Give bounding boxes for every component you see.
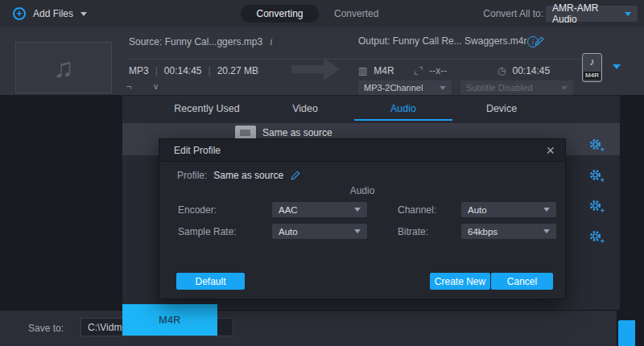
- sample-rate-value: Auto: [279, 227, 298, 237]
- plus-glyph: +: [601, 146, 605, 154]
- trim-icon[interactable]: ¬: [126, 81, 131, 92]
- tab-label: Recently Used: [174, 103, 239, 114]
- convert-all-value: AMR-AMR Audio: [552, 2, 625, 25]
- music-note-icon: ♫: [53, 52, 74, 84]
- output-file-name: Output: Funny Call Re... Swaggers.m4r: [358, 35, 545, 47]
- divider: [358, 59, 604, 60]
- encoder-label: Encoder:: [178, 204, 217, 216]
- dialog-title: Edit Profile: [174, 145, 221, 156]
- output-info-icon[interactable]: i: [527, 36, 539, 47]
- caret-down-icon: [625, 12, 631, 16]
- file-task-row: ♫ Source: Funny Cal...ggers.mp3 i MP3 | …: [0, 27, 644, 95]
- profile-tabs: Recently Used Video Audio Device: [158, 96, 551, 121]
- output-format-group: ▥ M4R: [358, 65, 394, 76]
- encoder-dropdown[interactable]: AAC: [272, 202, 367, 217]
- sample-rate-label: Sample Rate:: [178, 226, 237, 237]
- caret-down-icon: [561, 86, 568, 90]
- tab-video[interactable]: Video: [256, 96, 354, 121]
- info-icon[interactable]: i: [270, 35, 273, 48]
- info-i-glyph: i: [532, 38, 535, 46]
- plus-glyph: +: [601, 208, 605, 215]
- gear-plus-icon[interactable]: +: [588, 229, 602, 243]
- audio-track-dropdown[interactable]: MP3-2Channel: [358, 80, 452, 95]
- film-icon: ▥: [358, 65, 367, 76]
- profile-item-icon-inner: [240, 130, 250, 136]
- profile-item-label: Same as source: [262, 127, 332, 138]
- dialog-header: Edit Profile ×: [159, 139, 565, 162]
- audio-track-value: MP3-2Channel: [364, 83, 423, 93]
- default-button[interactable]: Default: [176, 273, 245, 290]
- tab-device[interactable]: Device: [452, 96, 551, 121]
- source-format: MP3: [129, 65, 149, 76]
- tab-converted[interactable]: Converted: [334, 0, 378, 27]
- plus-glyph: +: [601, 177, 605, 184]
- edit-profile-dialog: Edit Profile × Profile: Same as source A…: [159, 138, 566, 299]
- bitrate-value: 64kbps: [468, 227, 497, 237]
- caret-down-icon: [354, 229, 361, 233]
- format-caret-icon[interactable]: [613, 64, 621, 69]
- output-resolution: --x--: [429, 65, 447, 76]
- edit-tools: ¬ ∨: [126, 81, 159, 92]
- tab-converting[interactable]: Converting: [241, 5, 319, 23]
- profile-label: Profile:: [177, 170, 207, 181]
- separator: |: [208, 65, 211, 76]
- sidebar-item-m4r-selected[interactable]: M4R: [122, 304, 217, 336]
- source-meta: MP3 | 00:14:45 | 20.27 MB: [129, 65, 258, 76]
- plus-glyph: +: [601, 238, 605, 245]
- tab-recently-used[interactable]: Recently Used: [158, 96, 256, 121]
- gear-plus-icon[interactable]: +: [588, 168, 602, 182]
- caret-down-icon: [543, 208, 550, 212]
- tab-label: Device: [486, 103, 517, 114]
- add-files-button[interactable]: + Add Files: [13, 0, 87, 27]
- subtitle-dropdown[interactable]: Subtitle Disabled: [460, 80, 573, 95]
- encoder-value: AAC: [279, 205, 298, 215]
- convert-arrow-head: [324, 58, 340, 80]
- chevron-down-icon: [80, 12, 87, 16]
- gear-plus-icon[interactable]: +: [588, 138, 602, 151]
- file-thumbnail: ♫: [15, 42, 112, 93]
- active-tab-underline: [354, 119, 452, 121]
- add-files-label: Add Files: [33, 8, 73, 19]
- resolution-icon: ⌞⌝: [414, 65, 423, 76]
- format-badge: M4R: [584, 72, 601, 80]
- add-plus-icon: +: [13, 7, 26, 20]
- bottom-bar: Save to:: [0, 310, 644, 346]
- output-label: Output: Funny Call Re... Swaggers.m4r: [358, 35, 526, 47]
- tab-label: Video: [292, 103, 318, 114]
- clock-icon: ◷: [497, 65, 506, 76]
- partial-button[interactable]: [618, 320, 635, 346]
- source-file-name: Source: Funny Cal...ggers.mp3 i: [129, 35, 273, 48]
- bitrate-dropdown[interactable]: 64kbps: [461, 224, 556, 239]
- convert-all-dropdown[interactable]: AMR-AMR Audio: [546, 6, 638, 22]
- channel-label: Channel:: [398, 204, 436, 216]
- separator: |: [155, 65, 158, 76]
- sample-rate-dropdown[interactable]: Auto: [272, 224, 367, 239]
- output-resolution-group: ⌞⌝ --x--: [414, 65, 447, 76]
- channel-value: Auto: [468, 205, 487, 215]
- caret-down-icon: [440, 86, 446, 90]
- source-label: Source: Funny Cal...ggers.mp3: [129, 36, 262, 47]
- top-bar: + Add Files Converting Converted Convert…: [0, 0, 644, 27]
- channel-dropdown[interactable]: Auto: [461, 202, 556, 217]
- profile-value: Same as source: [213, 170, 283, 181]
- tab-label: Audio: [390, 103, 416, 114]
- output-format: M4R: [374, 65, 394, 76]
- output-format-thumbnail[interactable]: ♪ M4R: [582, 53, 602, 82]
- cancel-button[interactable]: Cancel: [491, 273, 553, 290]
- subtitle-value: Subtitle Disabled: [466, 83, 533, 93]
- source-duration: 00:14:45: [164, 65, 202, 76]
- music-note-icon: ♪: [583, 56, 601, 68]
- caret-down-icon: [543, 229, 550, 233]
- section-title: Audio: [159, 185, 565, 196]
- output-duration-group: ◷ 00:14:45: [497, 65, 550, 76]
- gear-plus-icon[interactable]: +: [588, 199, 602, 212]
- output-duration: 00:14:45: [512, 65, 550, 76]
- collapse-icon[interactable]: ∨: [152, 81, 159, 92]
- caret-down-icon: [354, 208, 361, 212]
- close-icon[interactable]: ×: [546, 143, 555, 158]
- convert-arrow-icon: [291, 65, 324, 73]
- create-new-button[interactable]: Create New: [430, 273, 490, 290]
- edit-pencil-icon[interactable]: [290, 170, 301, 181]
- tab-audio[interactable]: Audio: [354, 96, 452, 121]
- source-size: 20.27 MB: [217, 65, 258, 76]
